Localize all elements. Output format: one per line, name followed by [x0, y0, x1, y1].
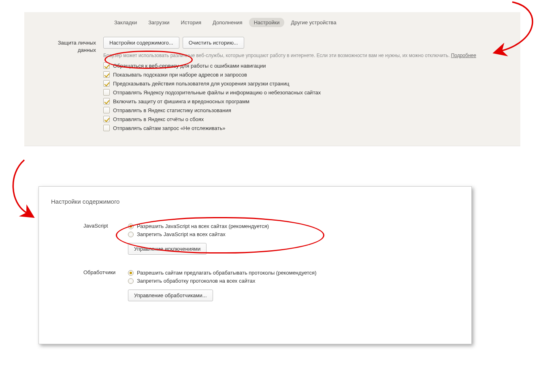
settings-panel: Закладки Загрузки История Дополнения Нас…: [24, 12, 520, 146]
radio-row-handlers-allow: Разрешить сайтам предлагать обрабатывать…: [128, 270, 459, 276]
checkbox-label: Отправлять в Яндекс статистику использов…: [113, 107, 231, 113]
checkbox-label: Обращаться к веб-сервису для работы с ош…: [113, 63, 266, 69]
tab-history[interactable]: История: [176, 18, 206, 27]
check-row-crash-reports: Отправлять в Яндекс отчёты о сбоях: [103, 116, 513, 122]
checkbox-suspicious-files[interactable]: [103, 89, 110, 96]
tab-addons[interactable]: Дополнения: [208, 18, 247, 27]
clear-history-button[interactable]: Очистить историю...: [183, 37, 244, 49]
radio-handlers-block[interactable]: [128, 278, 134, 284]
dialog-title: Настройки содержимого: [51, 198, 459, 205]
tab-downloads[interactable]: Загрузки: [143, 18, 174, 27]
radio-label: Запретить обработку протоколов на всех с…: [137, 278, 256, 284]
check-row-nav-errors: Обращаться к веб-сервису для работы с ош…: [103, 62, 513, 69]
radio-label: Разрешить JavaScript на всех сайтах (рек…: [137, 223, 269, 229]
checkbox-label: Отправлять сайтам запрос «Не отслеживать…: [113, 125, 226, 131]
tab-bookmarks[interactable]: Закладки: [109, 18, 142, 27]
checkbox-label: Включить защиту от фишинга и вредоносных…: [113, 98, 249, 104]
privacy-hint-text: Браузер может использовать различные веб…: [103, 53, 451, 58]
check-row-prefetch: Предсказывать действия пользователя для …: [103, 80, 513, 87]
radio-js-allow[interactable]: [128, 224, 134, 229]
check-row-phishing-protection: Включить защиту от фишинга и вредоносных…: [103, 98, 513, 104]
checkbox-label: Предсказывать действия пользователя для …: [113, 81, 289, 87]
tab-bar: Закладки Загрузки История Дополнения Нас…: [24, 12, 520, 30]
radio-js-block[interactable]: [128, 232, 134, 237]
privacy-section-label: Защита личных данных: [24, 37, 103, 134]
privacy-label-line2: данных: [78, 47, 96, 53]
privacy-section-body: Настройки содержимого... Очистить истори…: [103, 37, 520, 134]
checkbox-nav-errors[interactable]: [103, 62, 110, 69]
checkbox-suggestions[interactable]: [103, 71, 110, 78]
checkbox-usage-stats[interactable]: [103, 107, 110, 113]
checkbox-crash-reports[interactable]: [103, 116, 110, 122]
radio-row-js-block: Запретить JavaScript на всех сайтах: [128, 231, 459, 237]
handlers-section-label: Обработчики: [51, 268, 128, 301]
content-settings-dialog: Настройки содержимого JavaScript Разреши…: [38, 186, 472, 344]
checkbox-label: Отправлять Яндексу подозрительные файлы …: [113, 89, 321, 96]
tab-other-devices[interactable]: Другие устройства: [286, 18, 341, 27]
radio-label: Запретить JavaScript на всех сайтах: [137, 231, 226, 237]
checkbox-do-not-track[interactable]: [103, 125, 110, 131]
radio-label: Разрешить сайтам предлагать обрабатывать…: [137, 270, 316, 276]
tab-settings[interactable]: Настройки: [249, 18, 285, 27]
manage-js-exceptions-button[interactable]: Управление исключениями: [128, 243, 207, 255]
content-settings-button[interactable]: Настройки содержимого...: [103, 37, 179, 49]
radio-row-js-allow: Разрешить JavaScript на всех сайтах (рек…: [128, 223, 459, 229]
checkbox-prefetch[interactable]: [103, 80, 110, 87]
check-row-suspicious-files: Отправлять Яндексу подозрительные файлы …: [103, 89, 513, 96]
privacy-label-line1: Защита личных: [58, 40, 96, 46]
check-row-usage-stats: Отправлять в Яндекс статистику использов…: [103, 107, 513, 113]
javascript-section-label: JavaScript: [51, 221, 128, 255]
radio-handlers-allow[interactable]: [128, 270, 134, 276]
checkbox-phishing-protection[interactable]: [103, 98, 110, 104]
privacy-hint-link[interactable]: Подробнее: [451, 53, 476, 58]
radio-row-handlers-block: Запретить обработку протоколов на всех с…: [128, 278, 459, 284]
check-row-suggestions: Показывать подсказки при наборе адресов …: [103, 71, 513, 78]
privacy-hint: Браузер может использовать различные веб…: [103, 53, 513, 58]
check-row-do-not-track: Отправлять сайтам запрос «Не отслеживать…: [103, 125, 513, 131]
checkbox-label: Показывать подсказки при наборе адресов …: [113, 72, 247, 78]
checkbox-label: Отправлять в Яндекс отчёты о сбоях: [113, 116, 204, 122]
manage-handlers-button[interactable]: Управление обработчиками...: [128, 290, 213, 301]
